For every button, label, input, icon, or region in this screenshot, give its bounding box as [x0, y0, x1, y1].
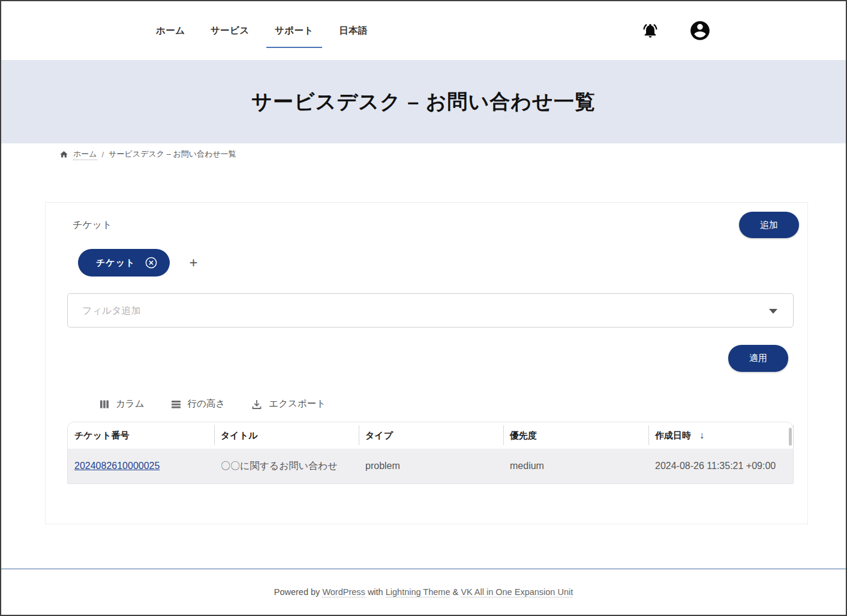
table-toolbar: カラム 行の高さ エクスポート: [100, 398, 807, 410]
col-header-ticket-no[interactable]: チケット番号: [68, 430, 214, 441]
column-divider: [359, 425, 359, 445]
column-divider: [503, 425, 504, 445]
export-label: エクスポート: [269, 398, 326, 410]
sort-desc-icon[interactable]: ↓: [699, 430, 704, 441]
ticket-number-link[interactable]: 2024082610000025: [74, 461, 160, 471]
add-view-button[interactable]: +: [189, 254, 197, 271]
view-chip-ticket[interactable]: チケット: [78, 249, 170, 277]
chip-close-icon[interactable]: [145, 256, 158, 269]
ticket-created-cell: 2024-08-26 11:35:21 +09:00: [648, 461, 793, 471]
ticket-type-cell: problem: [359, 461, 503, 471]
site-footer: Powered by WordPress with Lightning Them…: [1, 569, 846, 615]
table-header-row: チケット番号 タイトル タイプ 優先度 作成日時 ↓: [68, 422, 793, 449]
column-divider: [648, 425, 649, 445]
column-divider: [793, 425, 794, 445]
notification-bell-icon[interactable]: [642, 22, 659, 39]
page-title: サービスデスク – お問い合わせ一覧: [251, 88, 596, 116]
nav-item-support[interactable]: サポート: [274, 22, 315, 40]
footer-powered-by: Powered by: [274, 587, 320, 597]
filter-input[interactable]: [68, 294, 793, 327]
vk-expansion-link[interactable]: VK All in One Expansion Unit: [461, 587, 573, 597]
columns-button[interactable]: カラム: [100, 398, 145, 410]
columns-label: カラム: [116, 398, 145, 410]
breadcrumb: ホーム / サービスデスク – お問い合わせ一覧: [1, 143, 846, 165]
breadcrumb-current: サービスデスク – お問い合わせ一覧: [109, 149, 236, 160]
user-avatar-icon[interactable]: [689, 19, 711, 42]
apply-filter-button[interactable]: 適用: [728, 345, 788, 372]
home-icon: [59, 150, 68, 159]
row-height-icon: [171, 399, 181, 409]
main-content: チケット 追加 チケット +: [1, 165, 846, 569]
footer-with: with: [368, 587, 383, 597]
footer-credits: Powered by WordPress with Lightning Them…: [274, 587, 573, 597]
section-heading: チケット: [73, 219, 112, 232]
col-header-type[interactable]: タイプ: [359, 430, 503, 441]
header-icons: [642, 19, 711, 42]
page-title-band: サービスデスク – お問い合わせ一覧: [1, 60, 846, 143]
row-height-button[interactable]: 行の高さ: [171, 398, 226, 410]
col-header-created[interactable]: 作成日時 ↓: [648, 430, 793, 441]
export-download-icon: [251, 399, 262, 410]
site-header: ホーム サービス サポート 日本語: [1, 1, 846, 60]
ticket-panel: チケット 追加 チケット +: [45, 202, 808, 524]
add-ticket-button[interactable]: 追加: [739, 212, 799, 238]
table-scrollbar[interactable]: [789, 428, 792, 446]
view-chip-label: チケット: [96, 257, 135, 269]
breadcrumb-separator: /: [102, 150, 104, 159]
footer-ampersand: &: [453, 587, 459, 597]
filter-select[interactable]: [67, 293, 794, 327]
ticket-priority-cell: medium: [503, 461, 648, 471]
nav-item-service[interactable]: サービス: [209, 22, 251, 40]
ticket-title-cell: 〇〇に関するお問い合わせ: [214, 460, 359, 473]
column-divider: [214, 425, 215, 445]
nav-item-language[interactable]: 日本語: [338, 22, 369, 40]
service-desk-page: ホーム サービス サポート 日本語 サービスデスク – お問い合わせ一覧: [0, 0, 847, 616]
columns-icon: [100, 399, 109, 409]
lightning-theme-link[interactable]: Lightning Theme: [386, 587, 450, 597]
main-nav: ホーム サービス サポート 日本語: [155, 22, 369, 40]
wordpress-link[interactable]: WordPress: [322, 587, 365, 597]
nav-item-home[interactable]: ホーム: [155, 22, 187, 40]
table-row: 2024082610000025 〇〇に関するお問い合わせ problem me…: [68, 449, 793, 483]
tickets-table: チケット番号 タイトル タイプ 優先度 作成日時 ↓ 202: [67, 422, 794, 484]
export-button[interactable]: エクスポート: [251, 398, 326, 410]
col-header-priority[interactable]: 優先度: [503, 430, 648, 441]
chevron-down-icon[interactable]: [769, 309, 777, 314]
breadcrumb-home-link[interactable]: ホーム: [73, 149, 97, 160]
row-height-label: 行の高さ: [188, 398, 226, 410]
col-header-title[interactable]: タイトル: [214, 430, 359, 441]
